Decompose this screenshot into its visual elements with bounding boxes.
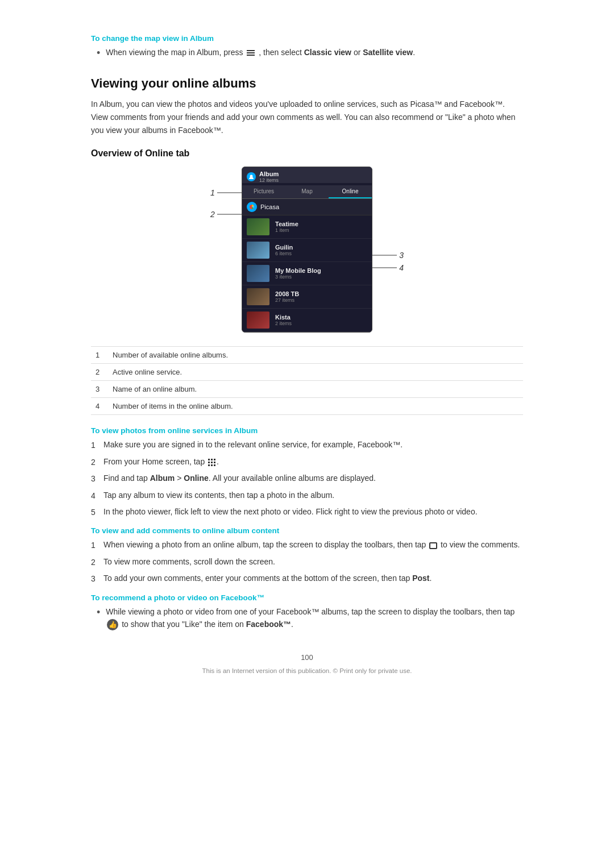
picasa-icon-svg <box>248 203 255 210</box>
tip3-step-num-2: 2 <box>91 555 103 568</box>
legend-desc-1: Number of available online albums. <box>108 347 523 364</box>
callout-num-2: 2 <box>210 210 215 219</box>
legend-num-3: 3 <box>91 381 108 398</box>
tip3-text-1: When viewing a photo from an online albu… <box>103 538 520 551</box>
legend-num-4: 4 <box>91 398 108 415</box>
callout-line-4 <box>371 267 397 268</box>
diagram-area: 1 2 3 4 <box>91 167 523 333</box>
step-text-4: Tap any album to view its contents, then… <box>103 489 334 501</box>
step-num-5: 5 <box>91 505 103 518</box>
satellite-view-label: Satellite view <box>363 48 413 57</box>
page-footer: 100 <box>91 653 523 662</box>
comment-icon <box>429 542 437 549</box>
album-item-2008: 2008 TB 27 items <box>242 285 372 309</box>
classic-view-label: Classic view <box>304 48 351 57</box>
app-icon-svg <box>248 174 254 180</box>
album-info-teatime: Teatime 1 item <box>275 221 367 233</box>
legend-num-2: 2 <box>91 364 108 381</box>
legend-table: 1 Number of available online albums. 2 A… <box>91 346 523 415</box>
step-num-2: 2 <box>91 455 103 468</box>
album-list: Teatime 1 item Guilin 6 items <box>242 215 372 332</box>
callout-2: 2 <box>210 210 243 219</box>
service-header: Picasa <box>242 199 372 215</box>
album-info-blog: My Mobile Blog 3 items <box>275 267 367 280</box>
footer-note: This is an Internet version of this publ… <box>91 667 523 674</box>
album-count-blog: 3 items <box>275 274 367 280</box>
tip3-step-num-3: 3 <box>91 572 103 585</box>
thumb-guilin <box>247 242 269 259</box>
tab-online[interactable]: Online <box>329 185 372 198</box>
callout-3: 3 <box>371 251 404 260</box>
step-text-1: Make sure you are signed in to the relev… <box>103 438 403 451</box>
step-num-4: 4 <box>91 489 103 502</box>
legend-row-2: 2 Active online service. <box>91 364 523 381</box>
thumb-teatime <box>247 218 269 235</box>
tip3-step-1: 1 When viewing a photo from an online al… <box>91 538 523 551</box>
tip2-section: To view photos from online services in A… <box>91 426 523 518</box>
tip3-steps: 1 When viewing a photo from an online al… <box>91 538 523 585</box>
thumb-blog <box>247 265 269 282</box>
menu-icon <box>247 50 255 56</box>
main-section: Viewing your online albums In Album, you… <box>91 76 523 630</box>
album-name-blog: My Mobile Blog <box>275 267 367 274</box>
legend-desc-4: Number of items in the online album. <box>108 398 523 415</box>
app-icon <box>247 172 256 181</box>
bullet-icon: • <box>97 46 100 60</box>
section-heading: Viewing your online albums <box>91 76 523 91</box>
tip2-title: To view photos from online services in A… <box>91 426 523 435</box>
callout-num-4: 4 <box>399 263 404 272</box>
tip2-step-2: 2 From your Home screen, tap . <box>91 455 523 468</box>
legend-row-3: 3 Name of an online album. <box>91 381 523 398</box>
tab-map[interactable]: Map <box>285 185 329 198</box>
phone-screen: Album 12 items Pictures Map Online <box>242 167 372 333</box>
legend-desc-3: Name of an online album. <box>108 381 523 398</box>
album-info-2008: 2008 TB 27 items <box>275 290 367 303</box>
tab-pictures[interactable]: Pictures <box>242 185 285 198</box>
callout-num-3: 3 <box>399 251 404 260</box>
service-name: Picasa <box>260 203 279 210</box>
album-name-2008: 2008 TB <box>275 290 367 297</box>
tip1-section: To change the map view in Album • When v… <box>91 34 523 60</box>
tip3-step-num-1: 1 <box>91 538 103 551</box>
album-info-guilin: Guilin 6 items <box>275 244 367 256</box>
callout-1: 1 <box>210 188 243 197</box>
tip3-section: To view and add comments to online album… <box>91 526 523 585</box>
like-icon: 👍 <box>107 619 118 630</box>
legend-desc-2: Active online service. <box>108 364 523 381</box>
album-count-teatime: 1 item <box>275 227 367 233</box>
tip1-bullet: • When viewing the map in Album, press ,… <box>91 46 523 60</box>
page-number: 100 <box>91 653 523 662</box>
callout-line-1 <box>217 192 243 193</box>
step-num-3: 3 <box>91 472 103 485</box>
album-item-kista: Kista 2 items <box>242 309 372 332</box>
tip2-steps: 1 Make sure you are signed in to the rel… <box>91 438 523 518</box>
tip1-title: To change the map view in Album <box>91 34 523 43</box>
album-info-kista: Kista 2 items <box>275 314 367 326</box>
legend-num-1: 1 <box>91 347 108 364</box>
tip2-step-3: 3 Find and tap Album > Online. All your … <box>91 472 523 485</box>
section-desc: In Album, you can view the photos and vi… <box>91 98 523 137</box>
phone-app-title: Album <box>259 171 279 177</box>
album-name-guilin: Guilin <box>275 244 367 251</box>
phone-app-subtitle: 12 items <box>259 177 279 183</box>
album-count-kista: 2 items <box>275 321 367 326</box>
album-item-teatime: Teatime 1 item <box>242 215 372 239</box>
tip3-step-3: 3 To add your own comments, enter your c… <box>91 572 523 585</box>
tip4-text: While viewing a photo or video from one … <box>106 605 523 631</box>
album-item-blog: My Mobile Blog 3 items <box>242 262 372 285</box>
thumb-kista <box>247 312 269 329</box>
tip3-step-2: 2 To view more comments, scroll down the… <box>91 555 523 568</box>
callout-num-1: 1 <box>210 188 215 197</box>
tip4-title: To recommend a photo or video on Faceboo… <box>91 593 523 602</box>
step-num-1: 1 <box>91 438 103 451</box>
tip1-text: When viewing the map in Album, press , t… <box>106 46 415 59</box>
callout-line-2 <box>217 214 243 215</box>
tip4-section: To recommend a photo or video on Faceboo… <box>91 593 523 631</box>
thumb-2008 <box>247 288 269 305</box>
picasa-icon <box>247 202 257 212</box>
tip3-title: To view and add comments to online album… <box>91 526 523 535</box>
phone-tabs: Pictures Map Online <box>242 185 372 199</box>
tip2-step-1: 1 Make sure you are signed in to the rel… <box>91 438 523 451</box>
legend-row-4: 4 Number of items in the online album. <box>91 398 523 415</box>
step-text-2: From your Home screen, tap . <box>103 455 219 468</box>
